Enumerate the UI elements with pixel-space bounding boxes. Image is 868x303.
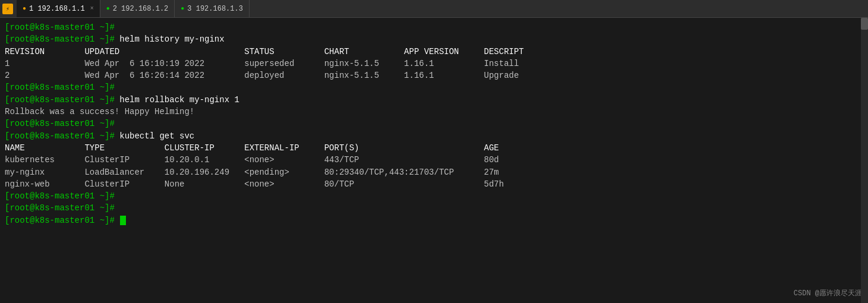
prompt-text: [root@k8s-master01 ~]# bbox=[5, 203, 115, 213]
table-row: kubernetes ClusterIP 10.20.0.1 <none> 44… bbox=[5, 154, 863, 166]
prompt-text: [root@k8s-master01 ~]# bbox=[5, 34, 115, 44]
table-header: REVISION UPDATED STATUS CHART APP VERSIO… bbox=[5, 46, 863, 58]
tab-2[interactable]: ●2 192.168.1.2 bbox=[100, 0, 175, 17]
tab-label-1: 1 192.168.1.1 bbox=[29, 5, 85, 13]
table-row: Rollback was a success! Happy Helming! bbox=[5, 106, 863, 118]
terminal-cursor bbox=[120, 216, 126, 225]
terminal-line: [root@k8s-master01 ~]# helm history my-n… bbox=[5, 33, 863, 45]
prompt-text: [root@k8s-master01 ~]# bbox=[5, 191, 115, 201]
terminal-line: [root@k8s-master01 ~]# bbox=[5, 21, 863, 33]
terminal-line: [root@k8s-master01 ~]# bbox=[5, 190, 863, 202]
prompt-text: [root@k8s-master01 ~]# bbox=[5, 83, 115, 92]
scrollbar[interactable] bbox=[861, 18, 868, 303]
scrollbar-thumb[interactable] bbox=[861, 18, 868, 30]
tab-dot-1: ● bbox=[23, 5, 26, 12]
tab-close-button[interactable]: × bbox=[90, 5, 94, 12]
table-row: 1 Wed Apr 6 16:10:19 2022 superseded ngi… bbox=[5, 58, 863, 70]
titlebar-icon: ⚡ bbox=[2, 4, 13, 14]
table-header: NAME TYPE CLUSTER-IP EXTERNAL-IP PORT(S)… bbox=[5, 142, 863, 154]
tab-dot-3: ● bbox=[181, 5, 184, 12]
tab-3[interactable]: ●3 192.168.1.3 bbox=[175, 0, 250, 17]
terminal-line: [root@k8s-master01 ~]# bbox=[5, 81, 863, 93]
terminal-line: [root@k8s-master01 ~]# helm rollback my-… bbox=[5, 94, 863, 106]
prompt-text: [root@k8s-master01 ~]# bbox=[5, 23, 115, 32]
titlebar: ⚡ ●1 192.168.1.1×●2 192.168.1.2●3 192.16… bbox=[0, 0, 868, 18]
command-text: helm history my-nginx bbox=[115, 34, 225, 44]
tabs: ●1 192.168.1.1×●2 192.168.1.2●3 192.168.… bbox=[17, 0, 250, 17]
prompt-text: [root@k8s-master01 ~]# bbox=[5, 131, 115, 141]
prompt-text: [root@k8s-master01 ~]# bbox=[5, 95, 115, 105]
terminal[interactable]: [root@k8s-master01 ~]#[root@k8s-master01… bbox=[0, 18, 868, 303]
tab-label-2: 2 192.168.1.2 bbox=[113, 5, 169, 13]
terminal-line: [root@k8s-master01 ~]# bbox=[5, 202, 863, 214]
tab-label-3: 3 192.168.1.3 bbox=[187, 5, 243, 13]
table-row: 2 Wed Apr 6 16:26:14 2022 deployed nginx… bbox=[5, 70, 863, 81]
tab-dot-2: ● bbox=[106, 5, 110, 12]
table-row: my-nginx LoadBalancer 10.20.196.249 <pen… bbox=[5, 166, 863, 178]
table-row: nginx-web ClusterIP None <none> 80/TCP 5… bbox=[5, 178, 863, 190]
watermark: CSDN @愿许浪尽天涯 bbox=[794, 288, 862, 298]
terminal-line: [root@k8s-master01 ~]# bbox=[5, 118, 863, 130]
command-text: kubectl get svc bbox=[115, 131, 194, 141]
command-text: helm rollback my-nginx 1 bbox=[115, 95, 239, 105]
prompt-text: [root@k8s-master01 ~]# bbox=[5, 119, 115, 128]
tab-1[interactable]: ●1 192.168.1.1× bbox=[17, 0, 100, 17]
terminal-line: [root@k8s-master01 ~]# bbox=[5, 214, 863, 226]
prompt-text: [root@k8s-master01 ~]# bbox=[5, 216, 119, 225]
terminal-line: [root@k8s-master01 ~]# kubectl get svc bbox=[5, 130, 863, 142]
